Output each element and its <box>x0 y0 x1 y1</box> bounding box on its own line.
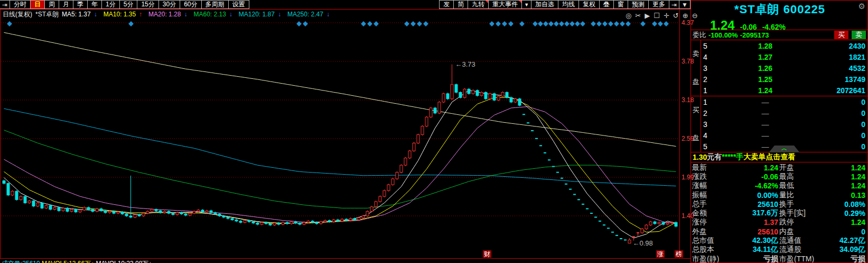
zoom-in-icon[interactable]: ⊕ <box>683 12 688 20</box>
event-diamond-icon[interactable] <box>575 21 580 26</box>
tab-60分[interactable]: 60分 <box>180 0 201 9</box>
tab-月[interactable]: 月 <box>59 0 73 9</box>
event-badge-涨[interactable]: 涨 <box>656 250 665 258</box>
tab-分时[interactable]: 分时 <box>10 0 31 9</box>
stat-label: 金额 <box>692 208 707 218</box>
event-diamond-icon[interactable] <box>543 21 548 26</box>
event-badge-财[interactable]: 财 <box>483 250 491 258</box>
chart-ma-legend: 日线(复权)*ST卓朗MA5: 1.37↓MA10: 1.35↑MA20: 1.… <box>3 10 336 17</box>
tab-5分[interactable]: 5分 <box>119 0 138 9</box>
sell-level-5[interactable]: 51.282430 <box>701 40 867 51</box>
toolbar-item-重大事件[interactable]: 重大事件 <box>488 0 522 9</box>
stat-label: 内盘 <box>779 227 794 237</box>
buy-level-4[interactable]: 4—0 <box>701 130 867 141</box>
event-diamond-icon[interactable] <box>548 21 554 26</box>
toolbar-item-发[interactable]: 发 <box>439 0 454 9</box>
buy-level-1[interactable]: 1—0 <box>701 96 867 107</box>
level-volume: 2430 <box>819 42 865 50</box>
tab-日[interactable]: 日 <box>30 0 45 9</box>
level-number: 4 <box>703 131 712 140</box>
sell-level-2[interactable]: 21.2513749 <box>701 74 867 85</box>
buy-level-2[interactable]: 2—0 <box>701 107 867 119</box>
toolbar-end-icon-1[interactable]: ▼ <box>679 0 690 9</box>
tab-季[interactable]: 季 <box>73 0 88 9</box>
event-diamond-icon[interactable] <box>640 21 646 26</box>
sell-level-3[interactable]: 31.264532 <box>701 62 867 74</box>
tab-1分[interactable]: 1分 <box>101 0 120 9</box>
undo-icon[interactable]: ↺ <box>673 12 679 20</box>
event-diamond-icon[interactable] <box>367 21 372 26</box>
sell-level-4[interactable]: 41.271821 <box>701 51 867 62</box>
collapse-left-icon[interactable]: ⇥ <box>0 0 10 9</box>
banner-token-1: 元有 <box>707 152 722 162</box>
scissors-icon[interactable]: ✂ <box>635 12 641 20</box>
tab-设置[interactable]: 设置 <box>228 0 249 9</box>
event-diamond-icon[interactable] <box>570 21 575 26</box>
toolbar-item-均线[interactable]: 均线 <box>558 0 579 9</box>
event-diamond-icon[interactable] <box>614 21 619 26</box>
gear-icon[interactable]: ⚙ <box>858 2 865 11</box>
tab-15分[interactable]: 15分 <box>137 0 158 9</box>
event-diamond-icon[interactable] <box>410 21 416 26</box>
flag-icon[interactable]: ☐ <box>654 12 660 20</box>
candlestick-plot[interactable]: ←3.73←0.98 <box>1 10 680 259</box>
toolbar-end-icon-0[interactable]: ⇥ <box>669 0 679 9</box>
event-diamond-icon[interactable] <box>303 21 308 26</box>
eye-icon[interactable]: ◎ <box>626 12 631 20</box>
toolbar-item-加自选[interactable]: 加自选 <box>531 0 558 9</box>
event-diamond-icon[interactable] <box>620 21 625 26</box>
stat-label: 跌停 <box>779 217 794 227</box>
quote-header: *ST卓朗 600225 ⚙ 1.24 -0.06 -4.62% <box>691 1 867 30</box>
event-diamond-icon[interactable] <box>559 21 564 26</box>
event-diamond-icon[interactable] <box>591 21 596 26</box>
toolbar-item-复权[interactable]: 复权 <box>578 0 600 9</box>
event-diamond-icon[interactable] <box>296 21 302 26</box>
stat-涨跌: 涨跌-0.06 <box>692 172 779 182</box>
event-diamond-icon[interactable] <box>652 21 657 26</box>
event-diamond-icon[interactable] <box>361 21 366 26</box>
play-icon[interactable]: ▶ <box>645 12 650 20</box>
stat-换手[实]: 换手[实]0.29% <box>779 208 866 218</box>
big-order-banner[interactable]: 1.30元有 *****手 大卖单 点击查看 <box>691 152 867 162</box>
tab-周[interactable]: 周 <box>44 0 59 9</box>
tab-30分[interactable]: 30分 <box>158 0 180 9</box>
tab-多周期[interactable]: 多周期 <box>201 0 229 9</box>
sell-level-1[interactable]: 11.242072641 <box>701 85 867 96</box>
zoom-out-icon[interactable]: ⊖ <box>692 12 698 20</box>
event-diamond-icon[interactable] <box>404 21 409 26</box>
event-badge-榜[interactable]: 榜 <box>675 250 683 258</box>
event-diamond-icon[interactable] <box>489 21 494 26</box>
toolbar-item-九转[interactable]: 九转 <box>468 0 489 9</box>
event-diamond-icon[interactable] <box>502 21 507 26</box>
toolbar-item-更多[interactable]: 更多 <box>648 0 669 9</box>
buy-level-3[interactable]: 3—0 <box>701 119 867 130</box>
event-diamond-icon[interactable] <box>608 21 613 26</box>
event-diamond-icon[interactable] <box>533 21 538 26</box>
event-diamond-icon[interactable] <box>128 21 134 26</box>
toolbar-item-预测[interactable]: 预测 <box>628 0 649 9</box>
event-diamond-icon[interactable] <box>423 21 428 26</box>
toolbar-item-叠[interactable]: 叠 <box>599 0 614 9</box>
level-volume: 0 <box>819 142 865 151</box>
toolbar-item-简[interactable]: 简 <box>453 0 468 9</box>
event-diamond-icon[interactable] <box>664 21 669 26</box>
event-diamond-icon[interactable] <box>554 21 559 26</box>
event-diamond-icon[interactable] <box>7 21 12 26</box>
event-diamond-icon[interactable] <box>564 21 570 26</box>
event-diamond-icon[interactable] <box>508 21 514 26</box>
event-diamond-icon[interactable] <box>602 21 608 26</box>
event-diamond-icon[interactable] <box>519 21 525 26</box>
event-diamond-icon[interactable] <box>496 21 501 26</box>
event-diamond-icon[interactable] <box>658 21 663 26</box>
event-diamond-icon[interactable] <box>580 21 585 26</box>
toolbar-item-窗[interactable]: 窗 <box>613 0 628 9</box>
dropdown-caret-icon[interactable]: ▼ <box>521 0 531 9</box>
event-diamond-icon[interactable] <box>374 21 379 26</box>
tab-年[interactable]: 年 <box>87 0 102 9</box>
event-diamond-icon[interactable] <box>538 21 543 26</box>
event-diamond-icon[interactable] <box>596 21 602 26</box>
event-diamond-icon[interactable] <box>626 21 631 26</box>
candlestick-chart-area[interactable]: 日线(复权)*ST卓朗MA5: 1.37↓MA10: 1.35↑MA20: 1.… <box>0 10 680 259</box>
event-diamond-icon[interactable] <box>417 21 422 26</box>
hand-icon[interactable]: ✛ <box>664 12 669 20</box>
